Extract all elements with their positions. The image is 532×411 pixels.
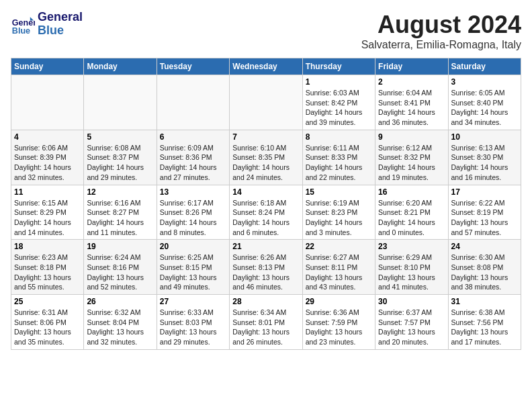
day-info: Sunrise: 6:03 AMSunset: 8:42 PMDaylight:… (306, 88, 372, 128)
day-number: 8 (306, 132, 372, 142)
day-info: Sunrise: 6:05 AMSunset: 8:40 PMDaylight:… (451, 88, 518, 128)
day-info: Sunrise: 6:19 AMSunset: 8:23 PMDaylight:… (306, 198, 372, 238)
day-info: Sunrise: 6:36 AMSunset: 7:59 PMDaylight:… (306, 308, 372, 347)
day-info: Sunrise: 6:18 AMSunset: 8:24 PMDaylight:… (232, 198, 299, 238)
logo-text-line1: General (38, 11, 83, 24)
day-info: Sunrise: 6:38 AMSunset: 7:56 PMDaylight:… (451, 308, 518, 347)
calendar-cell: 23Sunrise: 6:29 AMSunset: 8:10 PMDayligh… (375, 240, 448, 295)
day-number: 2 (378, 77, 445, 87)
calendar-cell: 31Sunrise: 6:38 AMSunset: 7:56 PMDayligh… (448, 295, 521, 350)
calendar-cell: 26Sunrise: 6:32 AMSunset: 8:04 PMDayligh… (84, 295, 157, 350)
day-number: 26 (87, 297, 153, 306)
day-info: Sunrise: 6:16 AMSunset: 8:27 PMDaylight:… (87, 198, 153, 238)
calendar-cell: 14Sunrise: 6:18 AMSunset: 8:24 PMDayligh… (230, 185, 302, 240)
day-number: 17 (451, 187, 518, 197)
day-number: 22 (306, 242, 372, 251)
day-number: 9 (378, 132, 445, 142)
calendar-cell: 20Sunrise: 6:25 AMSunset: 8:15 PMDayligh… (157, 240, 229, 295)
weekday-header-monday: Monday (84, 58, 157, 75)
calendar-cell: 29Sunrise: 6:36 AMSunset: 7:59 PMDayligh… (302, 295, 375, 350)
svg-text:Blue: Blue (12, 26, 30, 36)
day-number: 16 (378, 187, 445, 197)
calendar-week-row: 4Sunrise: 6:06 AMSunset: 8:39 PMDaylight… (11, 130, 521, 185)
calendar-title: August 2024 (361, 11, 521, 39)
weekday-header-row: SundayMondayTuesdayWednesdayThursdayFrid… (11, 58, 521, 75)
day-info: Sunrise: 6:26 AMSunset: 8:13 PMDaylight:… (232, 253, 299, 292)
calendar-cell (11, 75, 84, 130)
day-info: Sunrise: 6:10 AMSunset: 8:35 PMDaylight:… (232, 143, 299, 183)
day-number: 19 (87, 242, 153, 251)
day-number: 4 (14, 132, 81, 142)
calendar-cell: 5Sunrise: 6:08 AMSunset: 8:37 PMDaylight… (84, 130, 157, 185)
day-info: Sunrise: 6:34 AMSunset: 8:01 PMDaylight:… (232, 308, 299, 347)
day-number: 15 (306, 187, 372, 197)
calendar-week-row: 11Sunrise: 6:15 AMSunset: 8:29 PMDayligh… (11, 185, 521, 240)
day-info: Sunrise: 6:31 AMSunset: 8:06 PMDaylight:… (14, 308, 81, 347)
day-info: Sunrise: 6:15 AMSunset: 8:29 PMDaylight:… (14, 198, 81, 238)
day-number: 21 (232, 242, 299, 251)
calendar-cell (84, 75, 157, 130)
day-info: Sunrise: 6:13 AMSunset: 8:30 PMDaylight:… (451, 143, 518, 183)
day-number: 6 (160, 132, 226, 142)
calendar-week-row: 25Sunrise: 6:31 AMSunset: 8:06 PMDayligh… (11, 295, 521, 350)
day-info: Sunrise: 6:32 AMSunset: 8:04 PMDaylight:… (87, 308, 153, 347)
day-number: 1 (306, 77, 372, 87)
calendar-cell: 10Sunrise: 6:13 AMSunset: 8:30 PMDayligh… (448, 130, 521, 185)
logo-icon: General Blue (11, 12, 35, 36)
day-info: Sunrise: 6:09 AMSunset: 8:36 PMDaylight:… (160, 143, 226, 183)
day-number: 3 (451, 77, 518, 87)
day-info: Sunrise: 6:12 AMSunset: 8:32 PMDaylight:… (378, 143, 445, 183)
calendar-week-row: 1Sunrise: 6:03 AMSunset: 8:42 PMDaylight… (11, 75, 521, 130)
day-info: Sunrise: 6:22 AMSunset: 8:19 PMDaylight:… (451, 198, 518, 238)
calendar-cell: 25Sunrise: 6:31 AMSunset: 8:06 PMDayligh… (11, 295, 84, 350)
calendar-cell: 16Sunrise: 6:20 AMSunset: 8:21 PMDayligh… (375, 185, 448, 240)
day-info: Sunrise: 6:25 AMSunset: 8:15 PMDaylight:… (160, 253, 226, 292)
logo-text-line2: Blue (38, 24, 83, 38)
calendar-cell: 13Sunrise: 6:17 AMSunset: 8:26 PMDayligh… (157, 185, 229, 240)
calendar-cell: 12Sunrise: 6:16 AMSunset: 8:27 PMDayligh… (84, 185, 157, 240)
day-number: 29 (306, 297, 372, 306)
calendar-cell: 30Sunrise: 6:37 AMSunset: 7:57 PMDayligh… (375, 295, 448, 350)
day-number: 13 (160, 187, 226, 197)
weekday-header-thursday: Thursday (302, 58, 375, 75)
day-number: 27 (160, 297, 226, 306)
calendar-cell: 2Sunrise: 6:04 AMSunset: 8:41 PMDaylight… (375, 75, 448, 130)
weekday-header-friday: Friday (375, 58, 448, 75)
day-info: Sunrise: 6:23 AMSunset: 8:18 PMDaylight:… (14, 253, 81, 292)
weekday-header-tuesday: Tuesday (157, 58, 229, 75)
day-info: Sunrise: 6:24 AMSunset: 8:16 PMDaylight:… (87, 253, 153, 292)
calendar-cell: 11Sunrise: 6:15 AMSunset: 8:29 PMDayligh… (11, 185, 84, 240)
calendar-cell: 15Sunrise: 6:19 AMSunset: 8:23 PMDayligh… (302, 185, 375, 240)
calendar-cell: 6Sunrise: 6:09 AMSunset: 8:36 PMDaylight… (157, 130, 229, 185)
title-block: August 2024 Salvaterra, Emilia-Romagna, … (361, 11, 521, 51)
day-number: 25 (14, 297, 81, 306)
day-number: 24 (451, 242, 518, 251)
calendar-cell: 17Sunrise: 6:22 AMSunset: 8:19 PMDayligh… (448, 185, 521, 240)
logo: General Blue General Blue (11, 11, 83, 38)
calendar-cell: 28Sunrise: 6:34 AMSunset: 8:01 PMDayligh… (230, 295, 302, 350)
day-info: Sunrise: 6:06 AMSunset: 8:39 PMDaylight:… (14, 143, 81, 183)
day-info: Sunrise: 6:11 AMSunset: 8:33 PMDaylight:… (306, 143, 372, 183)
day-info: Sunrise: 6:29 AMSunset: 8:10 PMDaylight:… (378, 253, 445, 292)
day-number: 23 (378, 242, 445, 251)
day-number: 5 (87, 132, 153, 142)
page-header: General Blue General Blue August 2024 Sa… (11, 11, 521, 51)
day-number: 28 (232, 297, 299, 306)
calendar-cell: 9Sunrise: 6:12 AMSunset: 8:32 PMDaylight… (375, 130, 448, 185)
day-number: 30 (378, 297, 445, 306)
day-info: Sunrise: 6:33 AMSunset: 8:03 PMDaylight:… (160, 308, 226, 347)
day-info: Sunrise: 6:30 AMSunset: 8:08 PMDaylight:… (451, 253, 518, 292)
calendar-cell: 3Sunrise: 6:05 AMSunset: 8:40 PMDaylight… (448, 75, 521, 130)
day-number: 11 (14, 187, 81, 197)
day-info: Sunrise: 6:17 AMSunset: 8:26 PMDaylight:… (160, 198, 226, 238)
calendar-cell: 21Sunrise: 6:26 AMSunset: 8:13 PMDayligh… (230, 240, 302, 295)
calendar-week-row: 18Sunrise: 6:23 AMSunset: 8:18 PMDayligh… (11, 240, 521, 295)
calendar-cell: 18Sunrise: 6:23 AMSunset: 8:18 PMDayligh… (11, 240, 84, 295)
day-info: Sunrise: 6:20 AMSunset: 8:21 PMDaylight:… (378, 198, 445, 238)
day-number: 7 (232, 132, 299, 142)
day-number: 10 (451, 132, 518, 142)
weekday-header-saturday: Saturday (448, 58, 521, 75)
day-info: Sunrise: 6:27 AMSunset: 8:11 PMDaylight:… (306, 253, 372, 292)
day-info: Sunrise: 6:37 AMSunset: 7:57 PMDaylight:… (378, 308, 445, 347)
day-number: 14 (232, 187, 299, 197)
